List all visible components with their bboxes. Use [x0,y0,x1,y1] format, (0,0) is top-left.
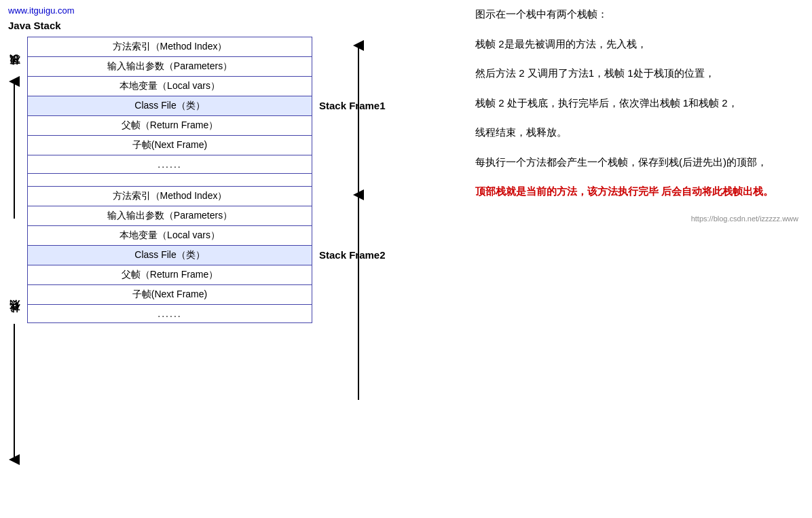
para-3: 然后方法 2 又调用了方法1，栈帧 1处于栈顶的位置， [475,64,798,82]
top-bar: www.itguigu.com [7,5,455,16]
frame1-row-5: 子帧(Next Frame) [28,136,312,155]
page-container: www.itguigu.com Java Stack 栈顶 [0,0,812,518]
frame1-row-0: 方法索引（Method Index） [28,37,312,57]
para-1-text: 图示在一个栈中有两个栈帧： [475,8,608,20]
frame2-row-5: 子帧(Next Frame) [28,285,312,305]
para-3-text: 然后方法 2 又调用了方法1，栈帧 1处于栈顶的位置， [475,67,715,79]
frame2-row-0: 方法索引（Method Index） [28,187,312,206]
frame2-row-6: ...... [28,305,312,322]
frame2-row-3: Class File（类） [28,246,312,265]
frame-divider [27,174,312,186]
para-6: 每执行一个方法都会产生一个栈帧，保存到栈(后进先出)的顶部， [475,153,798,171]
frame2-wrapper: 方法索引（Method Index） 输入输出参数（Parameters） 本地… [7,186,401,323]
frame2-box: 方法索引（Method Index） 输入输出参数（Parameters） 本地… [27,186,312,323]
frame1-row-4: 父帧（Return Frame） [28,116,312,136]
java-stack-label: Java Stack [7,20,455,31]
para-2-text: 栈帧 2是最先被调用的方法，先入栈， [475,38,647,50]
website-label: www.itguigu.com [8,5,75,16]
para-2: 栈帧 2是最先被调用的方法，先入栈， [475,35,798,53]
stack-top-label: 栈顶 [8,71,21,73]
frame1-row-3: Class File（类） [28,96,312,116]
frame1-row-1: 输入输出参数（Parameters） [28,57,312,77]
stack-top-arrow [7,76,22,225]
frame1-row-2: 本地变量（Local vars） [28,77,312,96]
frame1-row-6: ...... [28,155,312,173]
stack-bottom-label: 栈底 [8,318,21,321]
frame1-wrapper: 方法索引（Method Index） 输入输出参数（Parameters） 本地… [7,37,401,174]
frame2-right-arrow [352,189,365,407]
para-7-text: 顶部栈就是当前的方法，该方法执行完毕 后会自动将此栈帧出栈。 [475,185,773,197]
para-4-text: 栈帧 2 处于栈底，执行完毕后，依次弹出栈帧 1和栈帧 2， [475,97,738,109]
para-1: 图示在一个栈中有两个栈帧： [475,5,798,23]
left-panel: www.itguigu.com Java Stack 栈顶 [0,0,462,518]
frame2-row-4: 父帧（Return Frame） [28,265,312,285]
para-4: 栈帧 2 处于栈底，执行完毕后，依次弹出栈帧 1和栈帧 2， [475,94,798,112]
watermark: https://blog.csdn.net/izzzzz.www [475,212,798,225]
para-5-text: 线程结束，栈释放。 [475,126,567,138]
stack-bottom-arrow [7,324,22,473]
frame1-box: 方法索引（Method Index） 输入输出参数（Parameters） 本地… [27,37,312,174]
para-7: 顶部栈就是当前的方法，该方法执行完毕 后会自动将此栈帧出栈。 [475,183,798,200]
watermark-text: https://blog.csdn.net/izzzzz.www [691,215,798,223]
para-5: 线程结束，栈释放。 [475,124,798,141]
right-panel: 图示在一个栈中有两个栈帧： 栈帧 2是最先被调用的方法，先入栈， 然后方法 2 … [462,0,812,518]
para-6-text: 每执行一个方法都会产生一个栈帧，保存到栈(后进先出)的顶部， [475,156,767,168]
stack-outer: 栈顶 栈底 [7,37,401,323]
frame2-row-1: 输入输出参数（Parameters） [28,206,312,226]
frame2-row-2: 本地变量（Local vars） [28,226,312,246]
